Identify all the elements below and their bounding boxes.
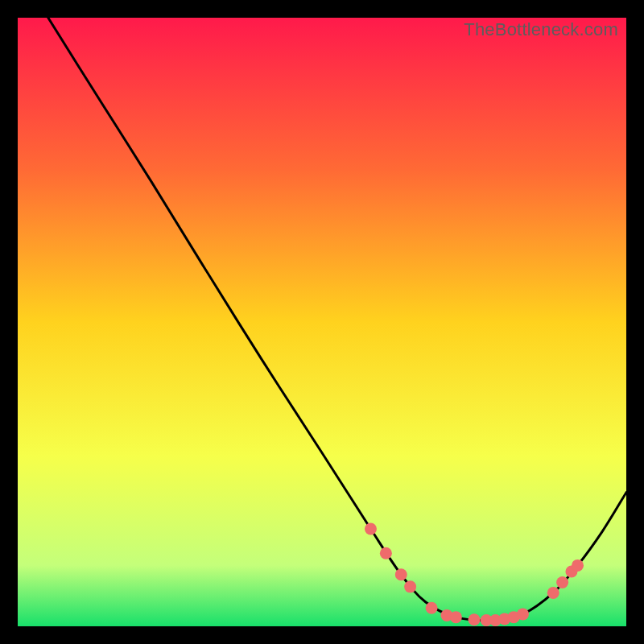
curve-marker [572,559,584,572]
curve-marker [380,547,392,559]
curve-marker [404,580,416,592]
curve-marker [395,568,407,580]
curve-marker [547,587,559,599]
curve-marker [469,613,481,625]
curve-marker [556,576,568,588]
curve-marker [426,602,438,614]
bottleneck-chart [18,18,626,626]
watermark-text: TheBottleneck.com [464,19,618,40]
curve-marker [450,611,462,623]
gradient-background [18,18,626,626]
curve-marker [517,608,529,620]
curve-marker [365,523,377,535]
chart-frame: TheBottleneck.com [18,18,626,626]
